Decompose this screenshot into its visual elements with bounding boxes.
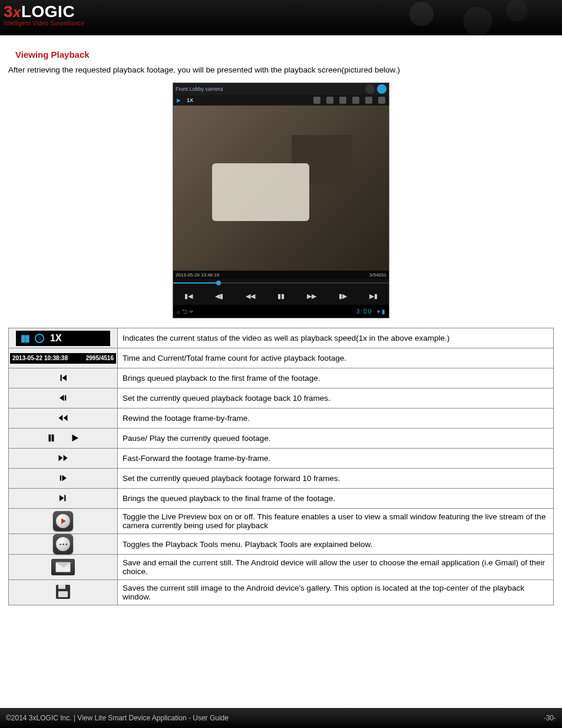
table-row: Set the currently queued playback footag… [9, 388, 554, 409]
brand-logo: 3xLOGIC Intelligent Video Surveillance [4, 2, 84, 27]
fast-forward-icon [57, 452, 70, 465]
mini-icon [365, 97, 372, 104]
row-desc: Rewind the footage frame-by-frame. [118, 409, 554, 429]
footer-right: -30- [544, 714, 556, 722]
ss-scrubber [173, 279, 389, 287]
forward-10-icon [57, 472, 70, 485]
logo-tagline: Intelligent Video Surveillance [4, 20, 84, 27]
ss-speed: 1X [187, 97, 193, 103]
live-preview-icon [53, 511, 73, 531]
row-desc: Toggle the Live Preview box on or off. T… [118, 509, 554, 534]
mini-icon [313, 97, 320, 104]
table-row: Fast-Forward the footage frame-by-frame. [9, 449, 554, 469]
playback-tools-icon [53, 534, 73, 554]
row-desc: Time and Current/Total frame count for a… [118, 348, 554, 368]
table-row: ▮▮ 1X Indicates the current status of th… [9, 328, 554, 348]
tools-icon [377, 84, 386, 94]
buffer-icon [35, 334, 44, 343]
row-desc: Set the currently queued playback footag… [118, 469, 554, 489]
table-row: Pause/ Play the currently queued footage… [9, 429, 554, 449]
mini-icon [339, 97, 346, 104]
row-desc: Save and email the current still. The An… [118, 555, 554, 580]
timecount-ts: 2013-05-22 10:38:38 [12, 355, 68, 361]
table-row: Save and email the current still. The An… [9, 555, 554, 580]
page-footer: ©2014 3xLOGIC Inc. | View Lite Smart Dev… [0, 708, 562, 728]
play-icon [68, 431, 81, 444]
row-desc: Indicates the current status of the vide… [118, 328, 554, 348]
ss-android-navbar: ⌂ ⮌ ▭ 3:00 ▾ ▮ [173, 305, 389, 318]
ss-clock: 3:00 [356, 308, 372, 315]
ss-controls: ▮◀◀▮◀◀▮▮▶▶▮▶▶▮ [173, 287, 389, 305]
mini-icon [326, 97, 333, 104]
table-row: Rewind the footage frame-by-frame. [9, 409, 554, 429]
playback-screenshot: Front Lobby camera ▶ 1X 20 [173, 83, 389, 318]
ss-time-right: 3/54031 [369, 272, 386, 278]
ss-camera-name: Front Lobby camera [176, 86, 363, 92]
table-row: Toggles the Playback Tools menu. Playbac… [9, 534, 554, 555]
pause-icon [45, 431, 58, 444]
row-desc: Pause/ Play the currently queued footage… [118, 429, 554, 449]
logo-text: LOGIC [21, 2, 75, 21]
last-frame-icon [57, 492, 70, 505]
rewind-icon [57, 411, 70, 424]
timecount-chip: 2013-05-22 10:38:38 2995/4516 [10, 353, 116, 364]
pause-icon: ▮▮ [21, 332, 29, 344]
table-row: Brings queued playback to the first fram… [9, 368, 554, 388]
ss-time-left: 2013-05-26 13:46:19 [176, 272, 219, 278]
row-desc: Brings queued playback to the first fram… [118, 368, 554, 388]
controls-table: ▮▮ 1X Indicates the current status of th… [8, 328, 554, 605]
ss-video-frame [173, 106, 389, 271]
gear-icon [365, 84, 375, 94]
status-chip: ▮▮ 1X [16, 331, 110, 346]
first-frame-icon [57, 371, 70, 384]
row-desc: Set the currently queued playback footag… [118, 388, 554, 409]
table-row: 2013-05-22 10:38:38 2995/4516 Time and C… [9, 348, 554, 368]
row-desc: Toggles the Playback Tools menu. Playbac… [118, 534, 554, 555]
section-title: Viewing Playback [15, 50, 554, 60]
header-band: 3xLOGIC Intelligent Video Surveillance [0, 0, 562, 35]
timecount-frames: 2995/4516 [86, 355, 114, 361]
email-icon [51, 559, 75, 575]
row-desc: Saves the current still image to the And… [118, 580, 554, 605]
mini-icon [378, 97, 385, 104]
play-indicator-icon: ▶ [177, 97, 181, 103]
row-desc: Fast-Forward the footage frame-by-frame. [118, 449, 554, 469]
table-row: Toggle the Live Preview box on or off. T… [9, 509, 554, 534]
footer-left: ©2014 3xLOGIC Inc. | View Lite Smart Dev… [6, 714, 229, 722]
table-row: Set the currently queued playback footag… [9, 469, 554, 489]
section-intro: After retrieving the requested playback … [8, 65, 554, 74]
back-10-icon [57, 391, 70, 404]
mini-icon [352, 97, 359, 104]
logo-x: x [13, 4, 21, 20]
save-icon [56, 585, 70, 599]
row-desc: Brings the queued playback to the final … [118, 489, 554, 509]
table-row: Saves the current still image to the And… [9, 580, 554, 605]
table-row: Brings the queued playback to the final … [9, 489, 554, 509]
logo-3: 3 [4, 2, 13, 21]
status-speed: 1X [50, 333, 62, 344]
